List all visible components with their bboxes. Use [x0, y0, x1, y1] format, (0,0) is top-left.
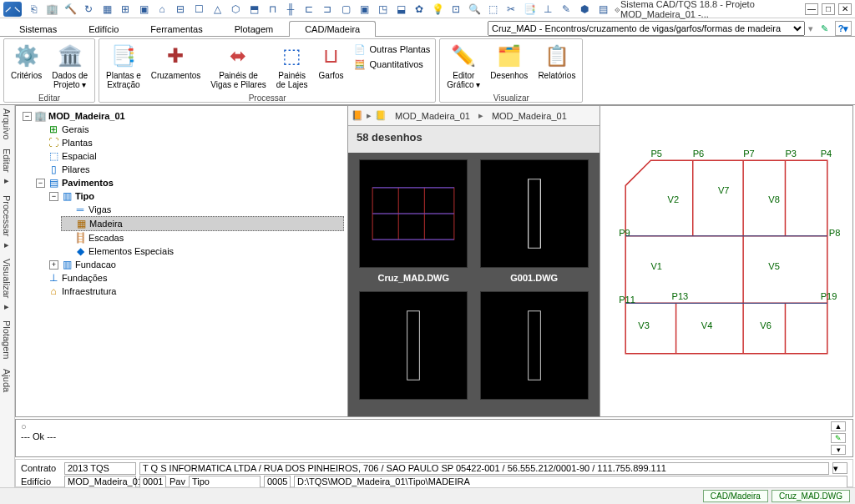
footer-info: Contrato 2013 TQS T Q S INFORMATICA LTDA… [15, 459, 853, 487]
footer-expand-button[interactable]: ▾ [832, 462, 847, 474]
paineis-vigas-button[interactable]: ⬌ Painéis de Vigas e Pilares [205, 41, 271, 91]
qa-icon[interactable]: ✿ [412, 3, 426, 16]
svg-rect-10 [407, 311, 420, 381]
svg-text:P6: P6 [693, 149, 705, 159]
svg-text:P5: P5 [650, 149, 662, 159]
qa-icon[interactable]: ☐ [192, 3, 205, 16]
qa-icon[interactable]: ▣ [357, 3, 371, 16]
tree-item[interactable]: ▯Pilares [34, 163, 344, 176]
qa-icon[interactable]: 🔍 [468, 3, 481, 16]
nav-back-icon[interactable]: 📙 [352, 110, 363, 121]
garfos-button[interactable]: ⊔ Garfos [313, 41, 350, 82]
qa-icon[interactable]: ╫ [284, 3, 297, 16]
qa-icon[interactable]: ⊡ [449, 3, 463, 16]
outras-plantas-button[interactable]: 📄 Outras Plantas [353, 43, 431, 56]
tab-ferramentas[interactable]: Ferramentas [134, 21, 218, 37]
minimize-button[interactable]: — [805, 3, 818, 15]
qa-icon[interactable]: 🏢 [45, 3, 58, 16]
quantitativos-button[interactable]: 🧮 Quantitativos [353, 58, 431, 71]
tab-plotagem[interactable]: Plotagem [219, 21, 289, 37]
drawing-thumb[interactable]: G001.DWG [479, 159, 589, 288]
drawing-selector[interactable]: Cruz_MAD - Encontros/cruzamento de vigas… [488, 21, 805, 36]
qa-icon[interactable]: 📑 [523, 3, 536, 16]
dados-projeto-button[interactable]: 🏛️ Dados de Projeto ▾ [47, 41, 93, 91]
qa-icon[interactable]: 🔨 [63, 3, 77, 16]
breadcrumb-item[interactable]: MOD_Madeira_01 [487, 109, 572, 123]
drawing-thumb[interactable]: Cruz_MAD.DWG [358, 159, 468, 288]
tree-item[interactable]: ◆Elementos Especiais [61, 244, 344, 258]
vmenu-visualizar[interactable]: Visualizar ▸ [2, 259, 13, 312]
qa-icon[interactable]: ⊏ [302, 3, 316, 16]
drawing-thumb[interactable] [358, 291, 468, 410]
thumb-count: 58 desenhos [348, 126, 600, 153]
fork-icon: ⊔ [318, 43, 345, 69]
plantas-extracao-button[interactable]: 📑 Plantas e Extração [101, 41, 146, 91]
qa-icon[interactable]: ✂ [504, 3, 518, 16]
maximize-button[interactable]: □ [822, 3, 835, 15]
relatorios-button[interactable]: 📋 Relatórios [533, 41, 580, 82]
tree-item[interactable]: ⊞Gerais [34, 123, 344, 136]
vmenu-processar[interactable]: Processar ▸ [2, 195, 13, 250]
qa-icon[interactable]: ⊟ [174, 3, 187, 16]
tree-item[interactable]: ⬚Espacial [34, 149, 344, 163]
tree-root[interactable]: − 🏢 MOD_Madeira_01 [21, 109, 344, 123]
pav-label: Pav [169, 476, 185, 486]
pav-id: 0005 [264, 476, 291, 488]
tree-pavimentos[interactable]: −▤Pavimentos [34, 176, 344, 189]
vmenu-ajuda[interactable]: Ajuda [2, 369, 12, 392]
tree-item[interactable]: 🪜Escadas [61, 231, 344, 244]
editor-icon: ✏️ [450, 43, 477, 69]
tree-item[interactable]: ⌂Infraestrutura [34, 285, 344, 298]
vmenu-editar[interactable]: Editar ▸ [2, 149, 13, 186]
preview-panel[interactable]: P5P6P7P3P4 P9P8 P11P13P19 V2V7V8 V1V5 V3… [600, 106, 852, 416]
drawing-thumb[interactable] [479, 291, 589, 410]
qa-icon[interactable]: ⊞ [119, 3, 132, 16]
qa-icon[interactable]: ▤ [596, 3, 610, 16]
tree-item[interactable]: +▥Fundacao [48, 258, 344, 271]
vmenu-arquivo[interactable]: Arquivo [2, 108, 12, 139]
tab-sistemas[interactable]: Sistemas [3, 21, 73, 37]
tab-cad-madeira[interactable]: CAD/Madeira [289, 21, 376, 37]
qa-icon[interactable]: ⎗ [27, 3, 40, 16]
help-button[interactable]: ?▾ [835, 21, 852, 36]
criterios-button[interactable]: ⚙️ Critérios [6, 41, 47, 82]
qa-icon[interactable]: ▣ [137, 3, 150, 16]
qa-icon[interactable]: ⬓ [394, 3, 407, 16]
tree-tipo[interactable]: −▥Tipo [48, 189, 344, 203]
qa-icon[interactable]: ⬢ [578, 3, 591, 16]
tab-edificio[interactable]: Edifício [73, 21, 134, 37]
qa-icon[interactable]: △ [210, 3, 224, 16]
cruzamentos-button[interactable]: ✚ Cruzamentos [146, 41, 205, 82]
console-expand-button[interactable]: ▾ [831, 445, 846, 455]
qa-icon[interactable]: ⬚ [486, 3, 499, 16]
qa-icon[interactable]: ▢ [339, 3, 352, 16]
close-button[interactable]: ✕ [838, 3, 852, 15]
collapse-icon[interactable]: − [23, 112, 32, 121]
qa-icon[interactable]: ✎ [559, 3, 573, 16]
vmenu-plotagem[interactable]: Plotagem [2, 320, 12, 359]
breadcrumb-item[interactable]: MOD_Madeira_01 [390, 109, 475, 123]
qa-icon[interactable]: ⊥ [541, 3, 554, 16]
desenhos-button[interactable]: 🗂️ Desenhos [485, 41, 533, 82]
qa-icon[interactable]: ▦ [100, 3, 114, 16]
tree-madeira-selected[interactable]: ▦Madeira [61, 216, 344, 231]
qa-icon[interactable]: ⌂ [155, 3, 169, 16]
tree-item[interactable]: ⊥Fundações [34, 271, 344, 285]
app-logo[interactable]: ⟋⟍ [3, 2, 22, 17]
editor-grafico-button[interactable]: ✏️ Editor Gráfico ▾ [442, 41, 485, 91]
qa-icon[interactable]: ↻ [82, 3, 95, 16]
path-field: D:\TQS\MOD_Madeira_01\Tipo\MADEIRA [294, 476, 847, 488]
qa-icon[interactable]: ◳ [376, 3, 389, 16]
tree-item[interactable]: ═Vigas [61, 203, 344, 216]
edit-icon[interactable]: ✎ [817, 21, 832, 36]
console-edit-button[interactable]: ✎ [831, 433, 846, 443]
qa-icon[interactable]: ⬡ [229, 3, 242, 16]
qa-icon[interactable]: 💡 [431, 3, 444, 16]
console-up-button[interactable]: ▲ [831, 421, 846, 431]
tree-item[interactable]: ⛶Plantas [34, 136, 344, 149]
qa-icon[interactable]: ⊐ [321, 3, 334, 16]
paineis-lajes-button[interactable]: ⬚ Painéis de Lajes [271, 41, 313, 91]
svg-text:V2: V2 [668, 194, 680, 204]
qa-icon[interactable]: ⬒ [247, 3, 261, 16]
qa-icon[interactable]: ⊓ [266, 3, 279, 16]
